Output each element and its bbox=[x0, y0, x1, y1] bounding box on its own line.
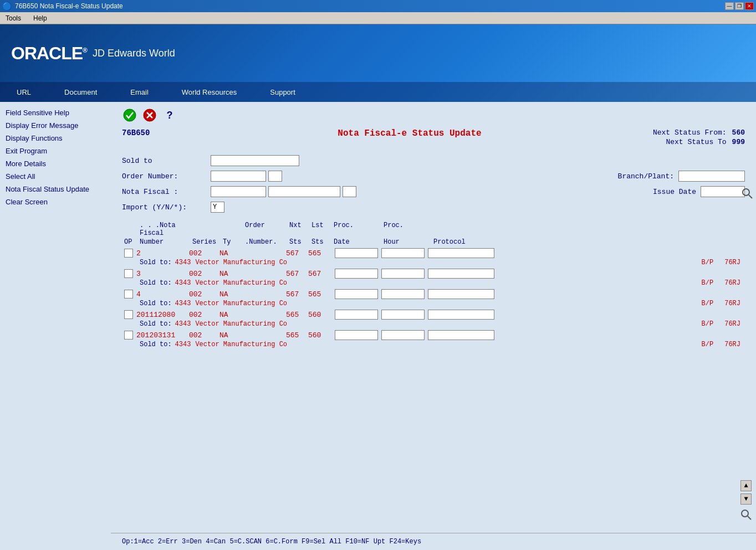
nota-fiscal-label: Nota Fiscal : bbox=[122, 188, 211, 196]
menu-tools[interactable]: Tools bbox=[2, 13, 24, 23]
grid-row-5-ty: NA bbox=[219, 331, 242, 340]
form-title: Nota Fiscal-e Status Update bbox=[166, 128, 653, 138]
col-header-proc-date: Proc. bbox=[334, 222, 384, 237]
grid-row-3-lst: 565 bbox=[308, 290, 330, 299]
grid-row-4-date-input[interactable] bbox=[335, 310, 378, 320]
content-area: ? 76B650 Nota Fiscal-e Status Update Nex… bbox=[111, 102, 756, 550]
sidebar-more-details[interactable]: More Details bbox=[2, 157, 109, 170]
col-header-protocol-spacer bbox=[433, 222, 517, 237]
minimize-button[interactable]: — bbox=[725, 2, 734, 10]
grid-row-1-hour-input[interactable] bbox=[381, 248, 425, 258]
grid-row-2-nxt: 567 bbox=[286, 270, 308, 278]
grid-row-5-hour-input[interactable] bbox=[381, 330, 425, 340]
oracle-header: ORACLE® JD Edwards World URL Document Em… bbox=[0, 24, 756, 102]
grid-row-5-checkbox[interactable] bbox=[124, 331, 133, 340]
grid-row-5-sold-to-label: Sold to: bbox=[140, 341, 172, 348]
order-number-input[interactable] bbox=[211, 171, 266, 182]
grid-row-4-proto-input[interactable] bbox=[428, 310, 494, 320]
grid-row-3-proto-input[interactable] bbox=[428, 289, 494, 299]
grid-row-2-proto-input[interactable] bbox=[428, 269, 494, 279]
sidebar-display-functions[interactable]: Display Functions bbox=[2, 132, 109, 145]
grid-row-5-date-input[interactable] bbox=[335, 330, 378, 340]
import-label: Import (Y/N/*): bbox=[122, 203, 211, 212]
col-header-nxt-sts: Sts bbox=[289, 238, 311, 246]
menu-help[interactable]: Help bbox=[30, 13, 50, 23]
grid-row-3-number: 4 bbox=[136, 290, 189, 299]
help-button[interactable]: ? bbox=[162, 107, 177, 123]
grid-row-1-sold-to-label: Sold to: bbox=[140, 259, 172, 266]
sidebar-clear-screen[interactable]: Clear Screen bbox=[2, 196, 109, 208]
grid-row-4-checkbox[interactable] bbox=[124, 310, 133, 319]
grid-row-5-proto-input[interactable] bbox=[428, 330, 494, 340]
nota-fiscal-input1[interactable] bbox=[211, 186, 266, 197]
issue-date-label: Issue Date bbox=[630, 188, 696, 196]
issue-date-input[interactable] bbox=[701, 186, 745, 197]
grid-row-1-date-input[interactable] bbox=[335, 248, 378, 258]
grid-col-header-row1: . . .Nota Fiscal Order Nxt Lst Proc. Pro… bbox=[122, 222, 745, 237]
grid-row-2-date-input[interactable] bbox=[335, 269, 378, 279]
nota-fiscal-input3[interactable] bbox=[343, 186, 356, 197]
grid-row-3-hour-input[interactable] bbox=[381, 289, 425, 299]
order-type-input[interactable] bbox=[268, 171, 282, 182]
grid-row-2-sold-to-label: Sold to: bbox=[140, 279, 172, 287]
import-row: Import (Y/N/*): bbox=[122, 202, 745, 213]
grid-row-3-date-input[interactable] bbox=[335, 289, 378, 299]
grid-row-3-sold-to-num: 4343 bbox=[175, 300, 191, 307]
grid-row-3-sub: Sold to: 4343 Vector Manufacturing Co B/… bbox=[122, 300, 745, 307]
grid-row-2-checkbox[interactable] bbox=[124, 269, 133, 278]
titlebar-controls[interactable]: — ❐ ✕ bbox=[725, 2, 754, 10]
grid-row-3-bp: B/P bbox=[702, 300, 714, 307]
menubar: Tools Help bbox=[0, 12, 756, 24]
close-button[interactable]: ✕ bbox=[745, 2, 754, 10]
nav-world-resources[interactable]: World Resources bbox=[176, 85, 242, 100]
sidebar-field-sensitive-help[interactable]: Field Sensitive Help bbox=[2, 106, 109, 119]
zoom-icon[interactable] bbox=[740, 509, 752, 520]
form-header: 76B650 Nota Fiscal-e Status Update Next … bbox=[122, 128, 745, 147]
import-input[interactable] bbox=[211, 202, 224, 213]
nav-email[interactable]: Email bbox=[125, 85, 154, 100]
sidebar-select-all[interactable]: Select All bbox=[2, 170, 109, 183]
grid-col-header-row2: OP Number Series Ty .Number. Sts Sts Dat… bbox=[122, 238, 745, 246]
sold-to-input[interactable] bbox=[211, 155, 299, 166]
sidebar-exit-program[interactable]: Exit Program bbox=[2, 145, 109, 157]
status-bar-text: Op:1=Acc 2=Err 3=Den 4=Can 5=C.SCAN 6=C.… bbox=[122, 538, 421, 546]
col-header-ty: Ty bbox=[223, 238, 245, 246]
restore-button[interactable]: ❐ bbox=[735, 2, 744, 10]
grid-row-1-proto-input[interactable] bbox=[428, 248, 494, 258]
status-bar: Op:1=Acc 2=Err 3=Den 4=Can 5=C.SCAN 6=C.… bbox=[111, 533, 756, 550]
branch-plant-input[interactable] bbox=[678, 171, 745, 182]
search-icon[interactable] bbox=[742, 188, 753, 202]
titlebar-left: 🔵 76B650 Nota Fiscal-e Status Update bbox=[2, 2, 123, 11]
grid-row-5-sub: Sold to: 4343 Vector Manufacturing Co B/… bbox=[122, 341, 745, 348]
cancel-button[interactable] bbox=[142, 107, 157, 123]
grid-row-1-main: 2 002 NA 567 565 bbox=[122, 248, 745, 258]
grid-row-5-main: 201203131 002 NA 565 560 bbox=[122, 330, 745, 340]
grid-row-3-sold-to-label: Sold to: bbox=[140, 300, 172, 307]
grid-row-2-hour-input[interactable] bbox=[381, 269, 425, 279]
scroll-controls: ▲ ▼ bbox=[740, 480, 752, 522]
grid-row-1-checkbox[interactable] bbox=[124, 249, 133, 258]
nav-url[interactable]: URL bbox=[11, 85, 37, 100]
scroll-up-button[interactable]: ▲ bbox=[740, 480, 752, 491]
ok-button[interactable] bbox=[122, 107, 137, 123]
sidebar-nota-fiscal-status-update[interactable]: Nota Fiscal Status Update bbox=[2, 183, 109, 196]
grid-row-1-sold-to-num: 4343 bbox=[175, 259, 191, 266]
grid-row-2-series: 002 bbox=[189, 270, 219, 278]
grid-row-4-hour-input[interactable] bbox=[381, 310, 425, 320]
grid-row-3-sold-to-name: Vector Manufacturing Co bbox=[195, 300, 287, 307]
nota-fiscal-input2[interactable] bbox=[268, 186, 340, 197]
col-header-lst-sts: Sts bbox=[311, 238, 334, 246]
scroll-down-button[interactable]: ▼ bbox=[740, 494, 752, 505]
grid-row-3-checkbox[interactable] bbox=[124, 290, 133, 299]
grid-row-5-nxt: 565 bbox=[286, 331, 308, 340]
sidebar: Field Sensitive Help Display Error Messa… bbox=[0, 102, 111, 550]
status-to-label: Next Status To bbox=[666, 138, 726, 146]
nav-support[interactable]: Support bbox=[264, 85, 301, 100]
col-header-op2: OP bbox=[124, 238, 140, 246]
grid-row-3-main: 4 002 NA 567 565 bbox=[122, 289, 745, 299]
nav-document[interactable]: Document bbox=[59, 85, 103, 100]
grid-row-3-ty: NA bbox=[219, 290, 242, 299]
sidebar-display-error-message[interactable]: Display Error Message bbox=[2, 119, 109, 132]
grid-row-4-ty: NA bbox=[219, 311, 242, 319]
svg-point-4 bbox=[743, 189, 749, 196]
